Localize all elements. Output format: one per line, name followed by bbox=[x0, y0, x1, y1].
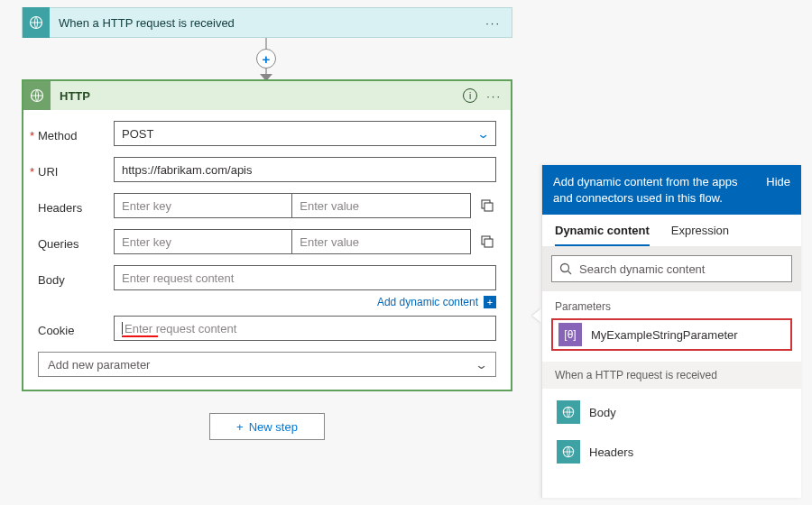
dynamic-content-panel: Add dynamic content from the apps and co… bbox=[541, 165, 801, 498]
parameter-icon: [θ] bbox=[558, 323, 582, 346]
headers-label: Headers bbox=[38, 197, 114, 215]
dynamic-content-banner-text: Add dynamic content from the apps and co… bbox=[553, 174, 757, 206]
method-value: POST bbox=[122, 127, 153, 141]
uri-input[interactable]: https://fabrikam.com/apis bbox=[114, 157, 496, 182]
add-step-icon[interactable]: + bbox=[256, 49, 276, 69]
section-heading-parameters: Parameters bbox=[542, 291, 801, 318]
tab-expression[interactable]: Expression bbox=[671, 224, 729, 246]
uri-row: URI https://fabrikam.com/apis bbox=[38, 157, 496, 182]
dynamic-item-label: Body bbox=[589, 406, 616, 419]
callout-pointer-icon bbox=[532, 308, 541, 323]
headers-row: Headers Enter key Enter value bbox=[38, 193, 496, 218]
http-action-card: HTTP i ··· Method POST ⌄ URI https://fab… bbox=[22, 79, 512, 391]
svg-line-7 bbox=[568, 271, 572, 275]
http-card-header[interactable]: HTTP i ··· bbox=[23, 81, 511, 110]
http-card-body: Method POST ⌄ URI https://fabrikam.com/a… bbox=[23, 110, 511, 390]
globe-icon bbox=[557, 440, 580, 464]
add-dynamic-content-label: Add dynamic content bbox=[377, 296, 478, 308]
connector: + bbox=[265, 38, 267, 79]
info-icon[interactable]: i bbox=[463, 88, 477, 103]
tab-dynamic-content[interactable]: Dynamic content bbox=[555, 224, 650, 246]
dynamic-search-input[interactable]: Search dynamic content bbox=[551, 255, 792, 282]
new-step-label: New step bbox=[249, 420, 298, 434]
body-row: Body Enter request content bbox=[38, 265, 496, 290]
cookie-row: Cookie Enter request content bbox=[38, 316, 496, 341]
headers-key-input[interactable]: Enter key bbox=[114, 193, 292, 218]
method-row: Method POST ⌄ bbox=[38, 121, 496, 146]
add-dynamic-content-link[interactable]: Add dynamic content + bbox=[38, 296, 496, 308]
dynamic-search-placeholder: Search dynamic content bbox=[579, 262, 705, 276]
queries-row: Queries Enter key Enter value bbox=[38, 229, 496, 254]
http-card-title: HTTP bbox=[60, 89, 90, 103]
svg-rect-3 bbox=[484, 203, 493, 211]
globe-icon bbox=[557, 400, 580, 424]
dynamic-content-banner: Add dynamic content from the apps and co… bbox=[542, 165, 801, 215]
trigger-title: When a HTTP request is received bbox=[59, 16, 235, 30]
method-select[interactable]: POST ⌄ bbox=[114, 121, 496, 146]
cookie-input[interactable]: Enter request content bbox=[114, 316, 496, 341]
chevron-down-icon: ⌄ bbox=[475, 358, 488, 372]
headers-token-picker-icon[interactable] bbox=[477, 193, 496, 218]
add-parameter-dropdown[interactable]: Add new parameter ⌄ bbox=[38, 352, 496, 377]
queries-key-input[interactable]: Enter key bbox=[114, 229, 292, 254]
cookie-placeholder: Enter request content bbox=[125, 322, 236, 335]
http-icon bbox=[23, 81, 51, 110]
trigger-card[interactable]: When a HTTP request is received ··· bbox=[22, 7, 512, 38]
http-more-icon[interactable]: ··· bbox=[486, 89, 502, 103]
spellcheck-underline bbox=[122, 335, 158, 337]
section-heading-trigger: When a HTTP request is received bbox=[542, 362, 801, 389]
queries-value-input[interactable]: Enter value bbox=[292, 229, 470, 254]
body-input[interactable]: Enter request content bbox=[114, 265, 496, 290]
uri-label: URI bbox=[38, 161, 114, 179]
cookie-label: Cookie bbox=[38, 320, 114, 337]
dynamic-item-label: MyExampleStringParameter bbox=[591, 328, 738, 342]
headers-value-input[interactable]: Enter value bbox=[292, 193, 470, 218]
svg-rect-5 bbox=[484, 239, 493, 247]
queries-label: Queries bbox=[38, 234, 114, 251]
search-icon bbox=[559, 262, 572, 275]
trigger-more-icon[interactable]: ··· bbox=[485, 16, 501, 30]
globe-icon bbox=[23, 7, 50, 38]
dynamic-item-parameter[interactable]: [θ] MyExampleStringParameter bbox=[551, 318, 792, 351]
queries-token-picker-icon[interactable] bbox=[477, 229, 496, 254]
method-label: Method bbox=[38, 125, 114, 142]
chevron-down-icon: ⌄ bbox=[476, 127, 490, 141]
dynamic-content-tabs: Dynamic content Expression bbox=[542, 215, 801, 246]
dynamic-item-body[interactable]: Body bbox=[551, 396, 792, 428]
plus-icon: + bbox=[236, 420, 244, 434]
add-parameter-label: Add new parameter bbox=[48, 358, 150, 372]
hide-panel-button[interactable]: Hide bbox=[766, 174, 790, 190]
uri-value: https://fabrikam.com/apis bbox=[122, 163, 253, 177]
new-step-button[interactable]: + New step bbox=[209, 413, 325, 440]
dynamic-item-headers[interactable]: Headers bbox=[551, 436, 792, 468]
plus-icon: + bbox=[484, 296, 496, 308]
svg-point-6 bbox=[561, 264, 569, 272]
body-label: Body bbox=[38, 270, 114, 287]
text-caret bbox=[122, 322, 123, 335]
dynamic-search-wrap: Search dynamic content bbox=[542, 246, 801, 291]
dynamic-item-label: Headers bbox=[589, 445, 633, 459]
